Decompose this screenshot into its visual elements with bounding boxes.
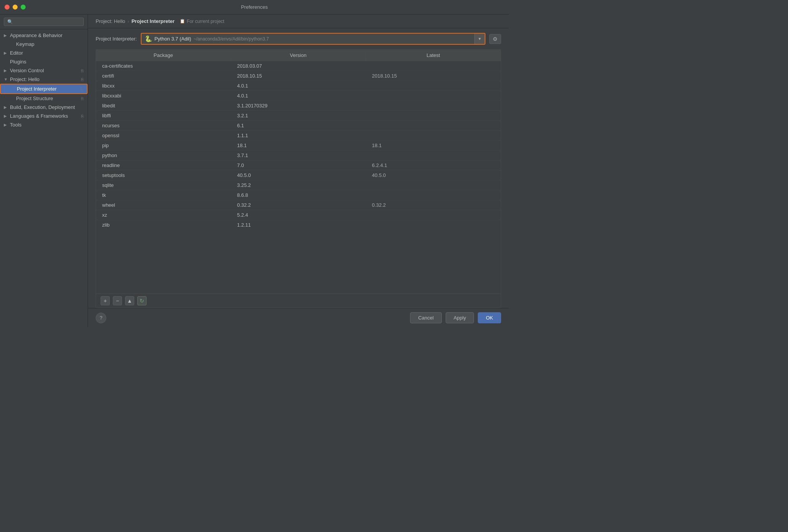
package-table: Package Version Latest ca-certificates 2…	[96, 49, 501, 308]
sidebar-item-label: Project: Hello	[10, 76, 39, 82]
package-latest: 2018.10.15	[366, 71, 501, 81]
package-version: 4.0.1	[231, 81, 366, 91]
interpreter-name: Python 3.7 (Adil)	[155, 36, 191, 42]
table-row[interactable]: pip 18.1 18.1	[96, 141, 501, 151]
table-row[interactable]: setuptools 40.5.0 40.5.0	[96, 170, 501, 180]
tag-icon: 📋	[180, 19, 185, 24]
apply-button[interactable]: Apply	[446, 312, 474, 323]
package-latest	[366, 101, 501, 110]
table-row[interactable]: zlib 1.2.11	[96, 220, 501, 230]
interpreter-dropdown[interactable]: 🐍 Python 3.7 (Adil) ~/anaconda3/envs/Adi…	[141, 33, 485, 45]
table-row[interactable]: certifi 2018.10.15 2018.10.15	[96, 71, 501, 81]
sidebar-item-build-execution[interactable]: ▶ Build, Execution, Deployment	[0, 103, 88, 112]
copy-icon: ⎘	[80, 87, 83, 91]
package-version: 18.1	[231, 141, 366, 150]
package-latest	[366, 111, 501, 120]
table-row[interactable]: libffi 3.2.1	[96, 111, 501, 121]
table-row[interactable]: ca-certificates 2018.03.07	[96, 61, 501, 71]
search-input[interactable]	[4, 18, 84, 26]
add-package-button[interactable]: +	[101, 296, 110, 305]
upgrade-package-button[interactable]: ▲	[125, 296, 134, 305]
package-name: wheel	[96, 200, 231, 210]
package-version: 3.1.20170329	[231, 101, 366, 110]
package-name: python	[96, 151, 231, 160]
interpreter-label: Project Interpreter:	[96, 36, 137, 42]
sidebar-item-label: Editor	[10, 50, 23, 56]
close-button[interactable]	[5, 5, 10, 10]
dropdown-arrow-icon[interactable]: ▼	[474, 34, 485, 44]
table-body: ca-certificates 2018.03.07 certifi 2018.…	[96, 61, 501, 294]
package-latest: 6.2.4.1	[366, 161, 501, 170]
breadcrumb-tag-label: For current project	[187, 19, 224, 24]
table-row[interactable]: libedit 3.1.20170329	[96, 101, 501, 111]
package-version: 7.0	[231, 161, 366, 170]
sidebar-item-keymap[interactable]: Keymap	[0, 40, 88, 49]
sidebar-item-label: Appearance & Behavior	[10, 32, 62, 38]
content-area: Project: Hello › Project Interpreter 📋 F…	[88, 15, 509, 327]
package-name: openssl	[96, 131, 231, 140]
package-name: libcxxabi	[96, 91, 231, 101]
sidebar-item-version-control[interactable]: ▶ Version Control ⎘	[0, 66, 88, 75]
search-bar	[0, 15, 88, 29]
package-name: tk	[96, 190, 231, 200]
sidebar-item-label: Project Interpreter	[17, 86, 57, 92]
table-header: Package Version Latest	[96, 50, 501, 61]
package-version: 6.1	[231, 121, 366, 130]
sidebar-item-languages-frameworks[interactable]: ▶ Languages & Frameworks ⎘	[0, 112, 88, 120]
help-button[interactable]: ?	[96, 313, 106, 323]
table-toolbar: + − ▲ ↻	[96, 294, 501, 308]
sidebar-item-editor[interactable]: ▶ Editor	[0, 49, 88, 57]
interpreter-row: Project Interpreter: 🐍 Python 3.7 (Adil)…	[88, 28, 509, 49]
titlebar: Preferences	[0, 0, 509, 15]
table-row[interactable]: libcxx 4.0.1	[96, 81, 501, 91]
table-row[interactable]: python 3.7.1	[96, 151, 501, 161]
sidebar-item-tools[interactable]: ▶ Tools	[0, 120, 88, 129]
interpreter-path: ~/anaconda3/envs/Adil/bin/python3.7	[194, 36, 269, 42]
interpreter-settings-button[interactable]: ⚙	[489, 34, 501, 44]
table-row[interactable]: tk 8.6.8	[96, 190, 501, 200]
arrow-icon: ▶	[4, 105, 10, 109]
table-row[interactable]: libcxxabi 4.0.1	[96, 91, 501, 101]
sidebar-item-project-hello[interactable]: ▼ Project: Hello ⎘	[0, 75, 88, 84]
minimize-button[interactable]	[13, 5, 18, 10]
sidebar-item-plugins[interactable]: Plugins	[0, 57, 88, 66]
sidebar-item-project-interpreter[interactable]: Project Interpreter ⎘	[0, 84, 88, 94]
package-version: 3.7.1	[231, 151, 366, 160]
package-latest	[366, 91, 501, 101]
table-row[interactable]: readline 7.0 6.2.4.1	[96, 161, 501, 170]
table-row[interactable]: xz 5.2.4	[96, 210, 501, 220]
arrow-icon: ▼	[4, 77, 10, 81]
copy-icon: ⎘	[81, 96, 84, 101]
gear-icon: ⚙	[493, 36, 498, 42]
package-version: 0.32.2	[231, 200, 366, 210]
breadcrumb-tag: 📋 For current project	[180, 19, 224, 24]
package-name: ncurses	[96, 121, 231, 130]
package-latest: 18.1	[366, 141, 501, 150]
arrow-icon: ▶	[4, 33, 10, 37]
breadcrumb: Project: Hello › Project Interpreter 📋 F…	[88, 15, 509, 28]
ok-button[interactable]: OK	[478, 312, 501, 323]
table-row[interactable]: openssl 1.1.1	[96, 131, 501, 141]
maximize-button[interactable]	[21, 5, 26, 10]
table-row[interactable]: wheel 0.32.2 0.32.2	[96, 200, 501, 210]
cancel-button[interactable]: Cancel	[410, 312, 441, 323]
package-latest	[366, 190, 501, 200]
package-version: 8.6.8	[231, 190, 366, 200]
sidebar-item-label: Tools	[10, 122, 21, 128]
remove-package-button[interactable]: −	[113, 296, 122, 305]
sidebar-item-appearance-behavior[interactable]: ▶ Appearance & Behavior	[0, 31, 88, 40]
package-name: pip	[96, 141, 231, 150]
refresh-packages-button[interactable]: ↻	[137, 296, 147, 305]
package-name: libcxx	[96, 81, 231, 91]
sidebar-item-project-structure[interactable]: Project Structure ⎘	[0, 94, 88, 103]
package-version: 40.5.0	[231, 170, 366, 180]
bottom-bar: ? Cancel Apply OK	[88, 308, 509, 327]
col-latest: Latest	[366, 50, 501, 61]
table-row[interactable]: ncurses 6.1	[96, 121, 501, 131]
package-latest	[366, 180, 501, 190]
table-row[interactable]: sqlite 3.25.2	[96, 180, 501, 190]
package-latest	[366, 121, 501, 130]
sidebar-nav: ▶ Appearance & Behavior Keymap ▶ Editor …	[0, 29, 88, 327]
package-version: 4.0.1	[231, 91, 366, 101]
arrow-icon: ▶	[4, 68, 10, 73]
